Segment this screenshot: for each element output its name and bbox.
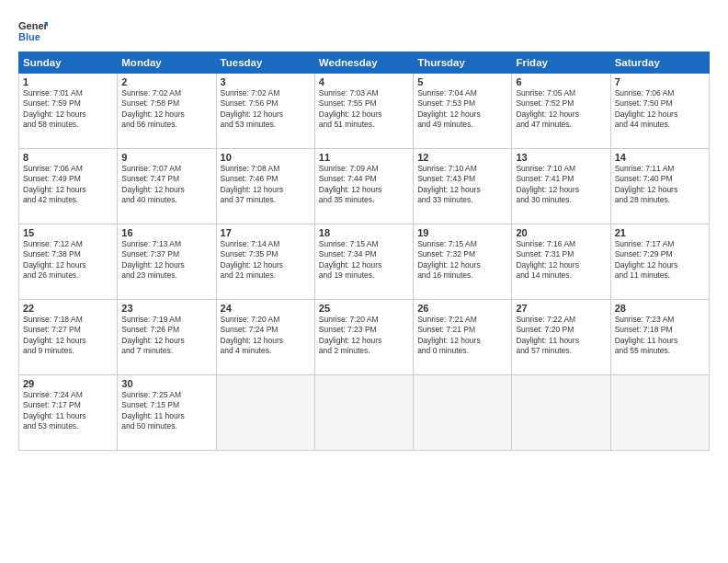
day-number: 10 [221,152,311,163]
calendar-row: 8Sunrise: 7:06 AM Sunset: 7:49 PM Daylig… [19,149,710,224]
day-info: Sunrise: 7:15 AM Sunset: 7:34 PM Dayligh… [319,239,409,282]
calendar-cell: 16Sunrise: 7:13 AM Sunset: 7:37 PM Dayli… [118,224,216,300]
calendar-row: 29Sunrise: 7:24 AM Sunset: 7:17 PM Dayli… [19,375,710,451]
day-number: 19 [417,227,507,238]
day-info: Sunrise: 7:04 AM Sunset: 7:53 PM Dayligh… [417,88,507,131]
weekday-header: Friday [512,52,610,74]
calendar-cell: 30Sunrise: 7:25 AM Sunset: 7:15 PM Dayli… [118,375,216,451]
calendar-header-row: SundayMondayTuesdayWednesdayThursdayFrid… [19,52,710,74]
day-info: Sunrise: 7:18 AM Sunset: 7:27 PM Dayligh… [23,315,113,357]
calendar-row: 1Sunrise: 7:01 AM Sunset: 7:59 PM Daylig… [19,74,710,149]
calendar-cell: 21Sunrise: 7:17 AM Sunset: 7:29 PM Dayli… [610,224,709,300]
day-info: Sunrise: 7:11 AM Sunset: 7:40 PM Dayligh… [615,164,705,206]
day-number: 27 [516,303,606,314]
calendar-row: 15Sunrise: 7:12 AM Sunset: 7:38 PM Dayli… [19,224,710,300]
calendar-cell: 7Sunrise: 7:06 AM Sunset: 7:50 PM Daylig… [610,74,709,149]
day-info: Sunrise: 7:06 AM Sunset: 7:49 PM Dayligh… [23,164,113,206]
day-number: 30 [121,378,211,389]
day-number: 2 [121,76,211,87]
calendar-cell: 3Sunrise: 7:02 AM Sunset: 7:56 PM Daylig… [216,74,314,149]
day-number: 5 [417,76,507,87]
day-info: Sunrise: 7:15 AM Sunset: 7:32 PM Dayligh… [417,239,507,282]
day-info: Sunrise: 7:13 AM Sunset: 7:37 PM Dayligh… [121,239,211,282]
day-info: Sunrise: 7:17 AM Sunset: 7:29 PM Dayligh… [615,239,705,282]
calendar-table: SundayMondayTuesdayWednesdayThursdayFrid… [18,52,710,451]
day-info: Sunrise: 7:08 AM Sunset: 7:46 PM Dayligh… [221,164,311,206]
calendar-cell: 24Sunrise: 7:20 AM Sunset: 7:24 PM Dayli… [216,300,314,375]
day-number: 25 [319,303,409,314]
day-number: 14 [615,152,705,163]
day-number: 23 [121,303,211,314]
calendar-cell: 29Sunrise: 7:24 AM Sunset: 7:17 PM Dayli… [19,375,118,451]
calendar-cell: 14Sunrise: 7:11 AM Sunset: 7:40 PM Dayli… [610,149,709,224]
day-number: 26 [417,303,507,314]
calendar-cell [610,375,709,451]
calendar-cell: 23Sunrise: 7:19 AM Sunset: 7:26 PM Dayli… [118,300,216,375]
day-number: 9 [121,152,211,163]
day-info: Sunrise: 7:20 AM Sunset: 7:24 PM Dayligh… [221,315,311,357]
calendar-cell: 11Sunrise: 7:09 AM Sunset: 7:44 PM Dayli… [314,149,413,224]
calendar-cell: 8Sunrise: 7:06 AM Sunset: 7:49 PM Daylig… [19,149,118,224]
calendar-cell: 15Sunrise: 7:12 AM Sunset: 7:38 PM Dayli… [19,224,118,300]
day-number: 24 [221,303,311,314]
day-number: 15 [23,227,113,238]
day-info: Sunrise: 7:01 AM Sunset: 7:59 PM Dayligh… [23,88,113,131]
calendar-cell [512,375,610,451]
day-number: 22 [23,303,113,314]
day-info: Sunrise: 7:10 AM Sunset: 7:43 PM Dayligh… [417,164,507,206]
weekday-header: Monday [118,52,216,74]
day-info: Sunrise: 7:16 AM Sunset: 7:31 PM Dayligh… [516,239,606,282]
calendar-cell: 1Sunrise: 7:01 AM Sunset: 7:59 PM Daylig… [19,74,118,149]
day-number: 18 [319,227,409,238]
day-info: Sunrise: 7:03 AM Sunset: 7:55 PM Dayligh… [319,88,409,131]
day-info: Sunrise: 7:05 AM Sunset: 7:52 PM Dayligh… [516,88,606,131]
day-number: 16 [121,227,211,238]
calendar-cell: 28Sunrise: 7:23 AM Sunset: 7:18 PM Dayli… [610,300,709,375]
day-info: Sunrise: 7:10 AM Sunset: 7:41 PM Dayligh… [516,164,606,206]
calendar-cell: 26Sunrise: 7:21 AM Sunset: 7:21 PM Dayli… [414,300,512,375]
calendar-cell: 18Sunrise: 7:15 AM Sunset: 7:34 PM Dayli… [314,224,413,300]
day-number: 1 [23,76,113,87]
page: General Blue SundayMondayTuesdayWednesda… [0,0,728,563]
calendar-row: 22Sunrise: 7:18 AM Sunset: 7:27 PM Dayli… [19,300,710,375]
day-number: 13 [516,152,606,163]
day-number: 11 [319,152,409,163]
day-info: Sunrise: 7:02 AM Sunset: 7:56 PM Dayligh… [221,88,311,131]
calendar-cell: 19Sunrise: 7:15 AM Sunset: 7:32 PM Dayli… [414,224,512,300]
day-info: Sunrise: 7:25 AM Sunset: 7:15 PM Dayligh… [121,390,211,432]
day-info: Sunrise: 7:02 AM Sunset: 7:58 PM Dayligh… [121,88,211,131]
day-number: 12 [417,152,507,163]
day-info: Sunrise: 7:19 AM Sunset: 7:26 PM Dayligh… [121,315,211,357]
day-number: 21 [615,227,705,238]
calendar-cell [314,375,413,451]
svg-text:Blue: Blue [18,31,40,42]
calendar-cell [216,375,314,451]
calendar-cell: 13Sunrise: 7:10 AM Sunset: 7:41 PM Dayli… [512,149,610,224]
day-number: 29 [23,378,113,389]
day-number: 20 [516,227,606,238]
calendar-cell: 22Sunrise: 7:18 AM Sunset: 7:27 PM Dayli… [19,300,118,375]
svg-text:General: General [18,20,48,31]
day-info: Sunrise: 7:21 AM Sunset: 7:21 PM Dayligh… [417,315,507,357]
logo-container: General Blue [18,17,48,46]
weekday-header: Tuesday [216,52,314,74]
day-info: Sunrise: 7:06 AM Sunset: 7:50 PM Dayligh… [615,88,705,131]
calendar-cell: 10Sunrise: 7:08 AM Sunset: 7:46 PM Dayli… [216,149,314,224]
day-info: Sunrise: 7:20 AM Sunset: 7:23 PM Dayligh… [319,315,409,357]
logo: General Blue [18,17,48,46]
calendar-cell: 5Sunrise: 7:04 AM Sunset: 7:53 PM Daylig… [414,74,512,149]
weekday-header: Wednesday [314,52,413,74]
header: General Blue [18,17,710,46]
day-number: 8 [23,152,113,163]
day-number: 6 [516,76,606,87]
day-info: Sunrise: 7:23 AM Sunset: 7:18 PM Dayligh… [615,315,705,357]
calendar-cell: 12Sunrise: 7:10 AM Sunset: 7:43 PM Dayli… [414,149,512,224]
calendar-cell: 25Sunrise: 7:20 AM Sunset: 7:23 PM Dayli… [314,300,413,375]
day-info: Sunrise: 7:22 AM Sunset: 7:20 PM Dayligh… [516,315,606,357]
day-number: 4 [319,76,409,87]
day-number: 17 [221,227,311,238]
day-info: Sunrise: 7:07 AM Sunset: 7:47 PM Dayligh… [121,164,211,206]
weekday-header: Saturday [610,52,709,74]
calendar-cell: 9Sunrise: 7:07 AM Sunset: 7:47 PM Daylig… [118,149,216,224]
calendar-cell: 4Sunrise: 7:03 AM Sunset: 7:55 PM Daylig… [314,74,413,149]
